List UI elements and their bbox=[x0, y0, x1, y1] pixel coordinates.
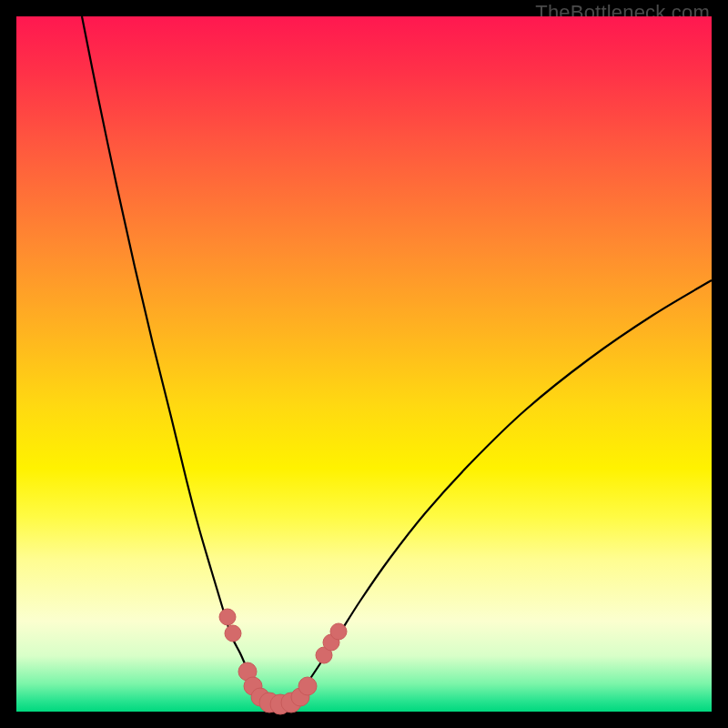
valley-marker bbox=[225, 625, 241, 642]
chart-canvas bbox=[16, 16, 712, 712]
valley-marker bbox=[219, 609, 236, 625]
valley-marker bbox=[330, 623, 347, 640]
curve-left-branch bbox=[82, 16, 260, 695]
valley-marker bbox=[298, 677, 317, 695]
chart-svg bbox=[16, 16, 712, 712]
curve-right-branch bbox=[298, 280, 712, 695]
valley-marker-group bbox=[219, 609, 347, 714]
